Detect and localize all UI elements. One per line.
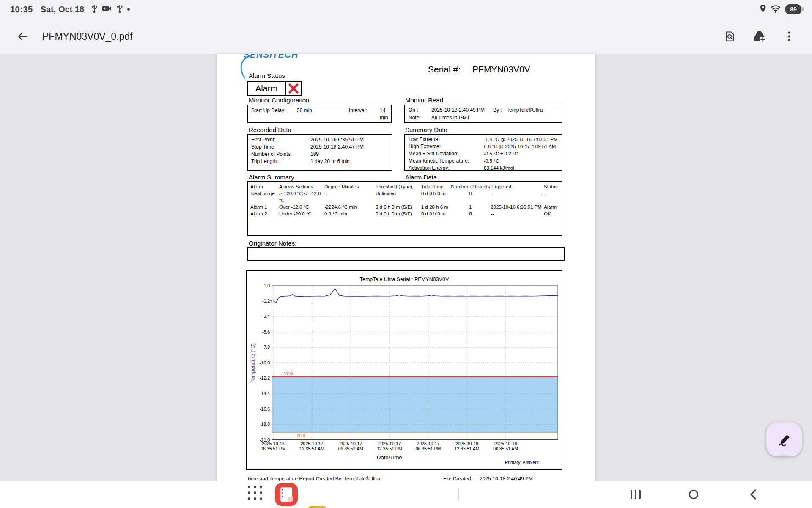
stylus-fab[interactable] [766,422,802,456]
alarm-status-box: Alarm [247,81,302,96]
field-row: Number of Points:189 [251,151,392,158]
recents-button[interactable] [624,486,647,503]
field-label: Interval: [349,107,367,114]
field-label: Low Extreme: [409,136,484,143]
column-header: Status [544,183,562,190]
y-tick-label: -5.6 [262,329,270,334]
monitor-read-box: On : 2025-10-18 2:40:49 PM By : TempTale… [404,105,562,123]
app-drawer-icon [248,486,262,500]
field-value: 2025-10-18 2:40:47 PM [310,144,364,151]
y-tick-label: -14.4 [260,391,270,396]
summary-data-box: Low Extreme:-1.4 °C @ 2025-10-16 7:03:51… [404,134,562,171]
table-cell: 1 d 20 h 6 m [421,204,450,210]
table-cell: 0 d 0 h 0 m (S/E) [376,210,421,217]
x-tick-label: 12:35:51 PM [377,446,402,451]
alarm-status-title: Alarm Status [249,72,285,79]
field-value: 0.6 °C @ 2025-10-17 4:09:51 AM [484,143,556,150]
x-tick-label: 2025-10-17 [301,441,324,446]
home-button[interactable] [682,486,705,503]
x-axis-title: Date/Time [377,454,402,461]
screen: 10:35 Sat, Oct 18 [0,0,812,508]
field-row: Trip Length:1 day 20 hr 6 min [251,158,392,165]
table-cell: OK [544,210,562,217]
table-cell: -- [491,210,544,217]
dot-icon [127,8,130,11]
table-cell: 0 d 0 h 0 m [421,190,450,204]
x-tick-label: 2025-10-17 [378,441,401,446]
originator-notes-box [247,247,565,261]
alarm-table: AlarmAlarms SettingsDegree MinutesThresh… [247,181,562,236]
status-bar: 10:35 Sat, Oct 18 [0,0,812,19]
alarm-table-row: Alarm 2Under -20.0 °C0.0 °C min0 d 0 h 0… [248,210,562,217]
y-axis-label: Temperature (°C) [250,343,256,382]
alarm-summary-title: Alarm Summary [249,174,294,181]
back-arrow-icon [17,30,29,42]
column-header: Threshold (Type) [376,183,421,190]
field-row: Low Extreme:-1.4 °C @ 2025-10-16 7:03:51… [409,136,562,143]
videocam-icon [102,5,112,14]
field-value: All Times in GMT [431,114,470,121]
find-in-document-button[interactable] [720,26,740,47]
app-my-files[interactable] [306,506,329,508]
battery-badge: 89 [785,4,802,14]
x-tick-label: 2025-10-17 [417,441,440,446]
low-alarm-label: -20.0 [295,433,305,438]
y-tick-label: -7.8 [262,345,270,350]
temperature-series-line [273,289,558,303]
field-label: Start Up Delay: [251,107,285,114]
field-label: Mean ± Std Deviation: [409,150,484,157]
usb-icon [116,4,123,15]
field-row: Mean ± Std Deviation:-0.5 °C ± 0.2 °C [409,150,562,157]
alarm-table-row: Ideal range>=-20.0 °C <=-12.0 °C--Unlimi… [248,190,562,204]
field-label: On : [409,107,418,114]
originator-notes-title: Originator Notes: [249,240,296,247]
dock: FRI 17 + [0,481,812,508]
table-cell: Ideal range [250,190,279,204]
table-cell: -- [324,190,376,204]
column-header: Alarms Settings [279,183,324,190]
column-header: Triggered [491,183,544,190]
add-to-drive-button[interactable] [749,26,770,47]
field-label: Activation Energy: [409,165,484,172]
location-icon [760,4,766,14]
stylus-pen-icon [776,432,792,447]
recorded-data-box: First Point:2025-10-16 6:35:51 PMStop Ti… [247,134,392,171]
clock: 10:35 [10,5,33,14]
x-tick-label: 2025-10-18 [494,441,517,446]
app-samsung-notes[interactable] [275,483,298,506]
y-tick-label: -18.8 [260,422,270,427]
pdf-toolbar: PFMYN03V0V_0.pdf [0,19,812,54]
trip-start-marker: T [270,299,272,304]
field-label: First Point: [251,136,310,144]
serial-value: PFMYN03V0V [472,64,530,75]
table-cell: Unlimited [376,190,421,204]
back-button[interactable] [13,26,33,47]
trip-end-marker: T [556,291,558,295]
monitor-configuration-title: Monitor Configuration [249,97,309,104]
alarm-status-value: Alarm [248,82,285,95]
date: Sat, Oct 18 [41,5,84,14]
table-cell: 0.0 °C min [324,210,376,217]
table-cell: -2224.6 °C min [324,204,376,210]
field-value: -0.5 °C [484,157,499,165]
field-value: 1 day 20 hr 6 min [310,158,350,165]
overflow-menu-button[interactable] [779,26,799,47]
x-tick-label: 2025-10-16 [262,441,285,446]
field-label: High Extreme: [409,143,484,150]
alarm-data-title: Alarm Data [405,174,437,181]
chart-legend: Primary: Ambient [505,460,539,465]
sensitech-logo: SENSITECH [244,54,307,60]
app-drawer-button[interactable] [245,483,268,506]
field-value: 83.144 kJ/mol [484,165,514,172]
field-value: 2025-10-18 2:40:49 PM [431,107,485,114]
column-header: Number of Events [450,183,491,190]
serial-label: Serial #: [428,64,461,75]
table-cell: Alarm 1 [250,204,279,210]
pdf-viewport[interactable]: SENSITECH Serial #: PFMYN03V0V Alarm Sta… [0,54,812,508]
x-tick-label: 06:35:51 AM [338,446,363,451]
back-nav-button[interactable] [742,486,765,503]
column-header: Degree Minutes [324,183,376,190]
field-row: Stop Time2025-10-18 2:40:47 PM [251,144,392,151]
field-value: 189 [310,151,319,158]
high-alarm-label: -12.0 [283,371,293,376]
